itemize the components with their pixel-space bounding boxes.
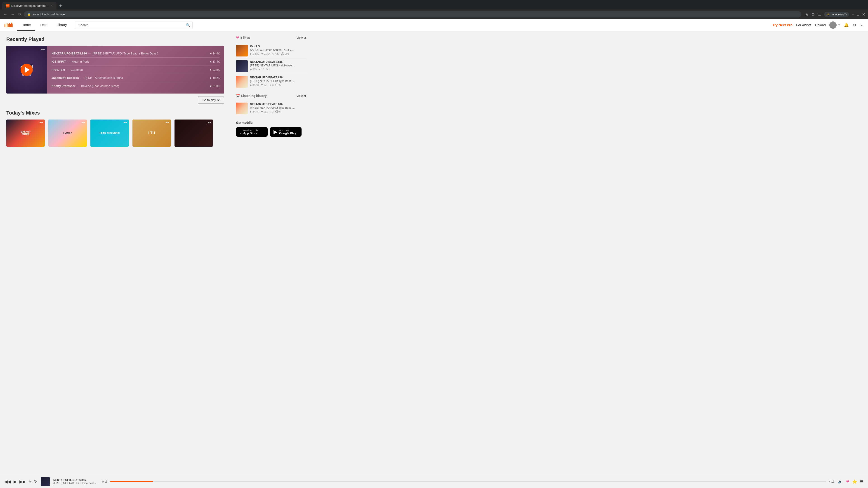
soundcloud-logo-icon	[4, 22, 13, 28]
maximize-button[interactable]: □	[857, 12, 859, 17]
play-triangle-icon	[25, 67, 30, 73]
go-mobile-label: Go mobile	[236, 121, 307, 125]
sidebar-likes-header: ❤ 4 likes View all	[236, 35, 307, 40]
track-artist-3: Prod.Tom	[52, 68, 65, 71]
volume-icon[interactable]: 🔈	[838, 480, 842, 481]
track-item-4[interactable]: Japanolofi Records — Dj Nio - Autostop c…	[52, 74, 220, 82]
mix-label-ltu: LTU	[148, 131, 155, 135]
search-icon-button[interactable]: 🔍	[186, 23, 190, 27]
notifications-button[interactable]: 🔔	[844, 23, 849, 28]
player-share-button[interactable]: ⭐	[852, 479, 857, 481]
new-tab-button[interactable]: +	[57, 2, 64, 9]
avatar-image	[829, 22, 837, 29]
sidebar: ❤ 4 likes View all Karol G KAROL G, Rome…	[230, 31, 312, 481]
mix-thumb-mashup: MASHUPENTER ≋≋	[6, 120, 45, 147]
incognito-badge[interactable]: 🥷 Incognito (2)	[824, 12, 849, 17]
more-options-button[interactable]: ⋯	[860, 23, 864, 28]
sidebar-history-info-1: NEKTAR.UFO.BEATS.816 (FREE) NEKTAR.UFO! …	[250, 103, 307, 113]
shuffle-button[interactable]: ⇆	[29, 480, 31, 481]
app-store-text: Download on the App Store	[243, 129, 258, 135]
plays-icon-3: ▶	[210, 68, 212, 71]
mix-card-dark[interactable]: ≋≋	[175, 120, 213, 147]
logo[interactable]	[4, 22, 13, 28]
player-queue-button[interactable]: ☰	[860, 479, 864, 481]
for-artists-link[interactable]: For Artists	[796, 23, 811, 27]
tab-close-button[interactable]: ×	[51, 4, 53, 8]
app-store-badge[interactable]:  Download on the App Store	[236, 127, 268, 137]
svg-rect-0	[4, 24, 5, 27]
track-item-5[interactable]: Knotty Professor — Baverie (Feat. Jerome…	[52, 82, 220, 90]
nav-home[interactable]: Home	[17, 19, 35, 31]
extensions-button[interactable]: ⚙	[811, 12, 815, 17]
mix-label-hear: HEAR THIS MUSIC	[98, 131, 121, 136]
go-to-playlist-row: Go to playlist	[6, 94, 224, 105]
google-play-main: Google Play	[279, 131, 296, 135]
google-play-icon: ▶	[274, 129, 277, 135]
track-artist-2: ICE SPRIT	[52, 60, 66, 63]
sidebar-track-artist-3: NEKTAR.UFO.BEATS.816	[250, 76, 307, 79]
track-plays-5: ▶ 31.8K	[210, 85, 220, 88]
tab-bar: SC Discover the top streamed mus × +	[0, 0, 868, 9]
track-item-2[interactable]: ICE SPRIT — Nigg* in Paris ▶ 13.3K	[52, 58, 220, 66]
app-header: Home Feed Library 🔍 Try Next Pro For Art…	[0, 19, 868, 31]
split-screen-button[interactable]: ▭	[817, 12, 822, 17]
lock-icon: 🔒	[27, 13, 31, 16]
view-all-likes-button[interactable]: View all	[296, 36, 307, 39]
svg-rect-1	[6, 24, 6, 27]
refresh-button[interactable]: ↻	[17, 11, 22, 18]
track-dash-4: —	[80, 76, 83, 79]
close-button[interactable]: ✕	[862, 12, 865, 17]
forward-button[interactable]: →	[10, 11, 16, 18]
track-item-3[interactable]: Prod.Tom — Caramba ▶ 33.5K	[52, 66, 220, 74]
sidebar-liked-track-3[interactable]: NEKTAR.UFO.BEATS.816 (FREE) NEKTAR.UFO! …	[236, 74, 307, 90]
back-button[interactable]: ←	[3, 11, 8, 18]
plays-count-5: 31.8K	[213, 85, 220, 88]
sidebar-history-track-1[interactable]: NEKTAR.UFO.BEATS.816 (FREE) NEKTAR.UFO! …	[236, 101, 307, 116]
try-next-pro-button[interactable]: Try Next Pro	[773, 23, 793, 27]
player-like-button[interactable]: ❤	[846, 479, 849, 481]
avatar[interactable]	[829, 22, 837, 29]
track-dash-3: —	[66, 68, 69, 71]
recently-played-title: Recently Played	[6, 36, 224, 42]
sc-overlay-2: ≋≋	[81, 121, 85, 124]
mix-thumb-dark: ≋≋	[175, 120, 213, 147]
plays-count-3: 33.5K	[213, 68, 220, 71]
sidebar-liked-track-1[interactable]: Karol G KAROL G, Romeo Santos - X SI V..…	[236, 43, 307, 59]
mix-thumb-ltu: LTU ≋≋	[132, 120, 171, 147]
track-item-1[interactable]: NEKTAR.UFO.BEATS.816 — (FREE) NEKTAR.UFO…	[52, 50, 220, 58]
upload-button[interactable]: Upload	[815, 23, 826, 27]
mix-card-mashup[interactable]: MASHUPENTER ≋≋	[6, 120, 45, 147]
mix-card-ltu[interactable]: LTU ≋≋	[132, 120, 171, 147]
view-all-history-button[interactable]: View all	[296, 94, 307, 98]
sidebar-history-artist-1: NEKTAR.UFO.BEATS.816	[250, 103, 307, 106]
track-plays-2: ▶ 13.3K	[210, 60, 220, 63]
mix-card-lover[interactable]: Lover ≋≋	[49, 120, 87, 147]
sidebar-liked-track-2[interactable]: NEKTAR.UFO.BEATS.816 (FREE) NEKTAR.UFO! …	[236, 59, 307, 74]
header-actions: Try Next Pro For Artists Upload ▼ 🔔 ✉ ⋯	[773, 22, 864, 29]
avatar-dropdown-chevron[interactable]: ▼	[838, 24, 840, 26]
messages-button[interactable]: ✉	[852, 23, 856, 28]
search-input[interactable]	[75, 21, 193, 29]
nav-feed[interactable]: Feed	[35, 19, 52, 31]
sidebar-track-name-3: (FREE) NEKTAR.UFO! Type Beat -...	[250, 79, 307, 83]
play-pause-button[interactable]: ▶	[13, 479, 17, 481]
play-button[interactable]	[21, 64, 33, 76]
track-info-1: NEKTAR.UFO.BEATS.816 — (FREE) NEKTAR.UFO…	[52, 52, 210, 55]
playlist-art[interactable]: chill g…g ≋≋	[6, 46, 47, 94]
mix-card-hear[interactable]: HEAR THIS MUSIC ≋≋	[90, 120, 129, 147]
soundcloud-watermark: ≋≋	[41, 48, 45, 51]
sidebar-track-meta-3: ▶ 34.4K ❤ 171 ↻ 3 💬 5	[250, 84, 307, 87]
plays-icon-4: ▶	[210, 76, 212, 79]
apple-icon: 	[240, 129, 241, 135]
google-play-badge[interactable]: ▶ GET IT ON Google Play	[270, 127, 302, 137]
go-to-playlist-button[interactable]: Go to playlist	[198, 96, 224, 104]
track-info-5: Knotty Professor — Baverie (Feat. Jerome…	[52, 84, 210, 88]
skip-forward-button[interactable]: ▶▶	[20, 479, 26, 481]
skip-back-button[interactable]: ◀◀	[4, 479, 11, 481]
repeat-button[interactable]: ↻	[34, 480, 37, 481]
bookmark-button[interactable]: ★	[805, 12, 809, 17]
nav-library[interactable]: Library	[52, 19, 71, 31]
minimize-button[interactable]: −	[852, 12, 854, 17]
address-bar[interactable]: 🔒 soundcloud.com/discover	[24, 11, 801, 18]
active-tab[interactable]: SC Discover the top streamed mus ×	[2, 2, 57, 9]
